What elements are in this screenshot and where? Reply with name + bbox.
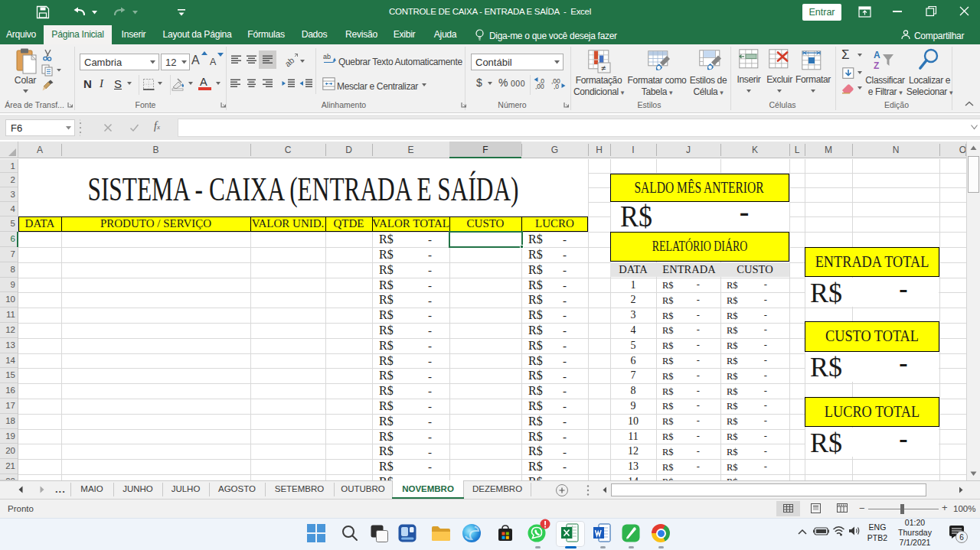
svg-text:Z: Z — [874, 60, 879, 71]
svg-text:ab: ab — [285, 55, 296, 67]
svg-text:ab: ab — [323, 53, 331, 60]
svg-text:≠: ≠ — [601, 63, 606, 73]
svg-text:,00: ,00 — [535, 83, 544, 89]
svg-text:A: A — [874, 50, 880, 60]
